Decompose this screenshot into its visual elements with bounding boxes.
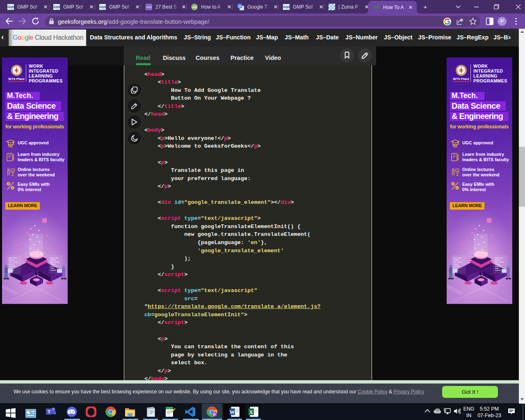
svg-text:r: r: [457, 187, 458, 189]
svg-text:GMP: GMP: [283, 5, 290, 9]
svg-text:GMP: GMP: [99, 5, 106, 9]
svg-text:wH: wH: [192, 5, 196, 9]
svg-text:colorlib: colorlib: [146, 6, 152, 8]
svg-text:?: ?: [452, 183, 454, 185]
svg-text:T: T: [48, 409, 50, 414]
svg-text:X: X: [249, 409, 253, 415]
svg-text:r: r: [12, 187, 13, 189]
svg-text:W: W: [230, 409, 235, 415]
svg-text:GMP: GMP: [53, 5, 60, 9]
svg-text:GMP: GMP: [7, 5, 14, 9]
svg-text:?: ?: [7, 183, 9, 185]
svg-text:P: P: [213, 413, 216, 417]
svg-text:G: G: [238, 4, 241, 8]
